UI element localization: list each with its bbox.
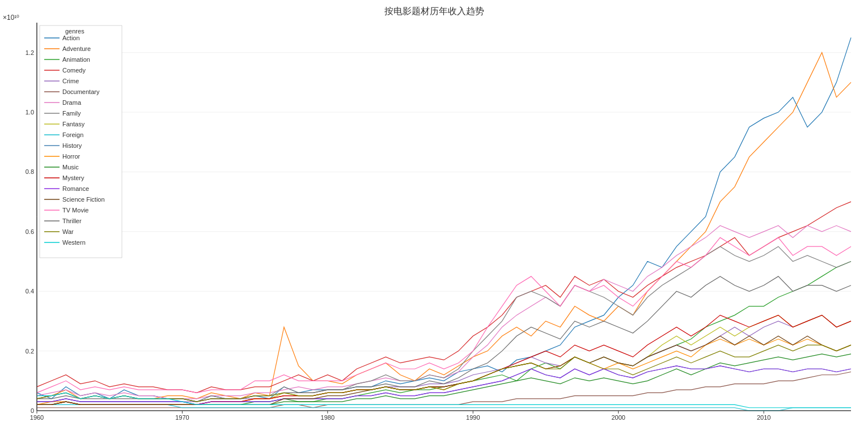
chart-container — [0, 0, 868, 439]
chart-canvas — [0, 0, 868, 439]
